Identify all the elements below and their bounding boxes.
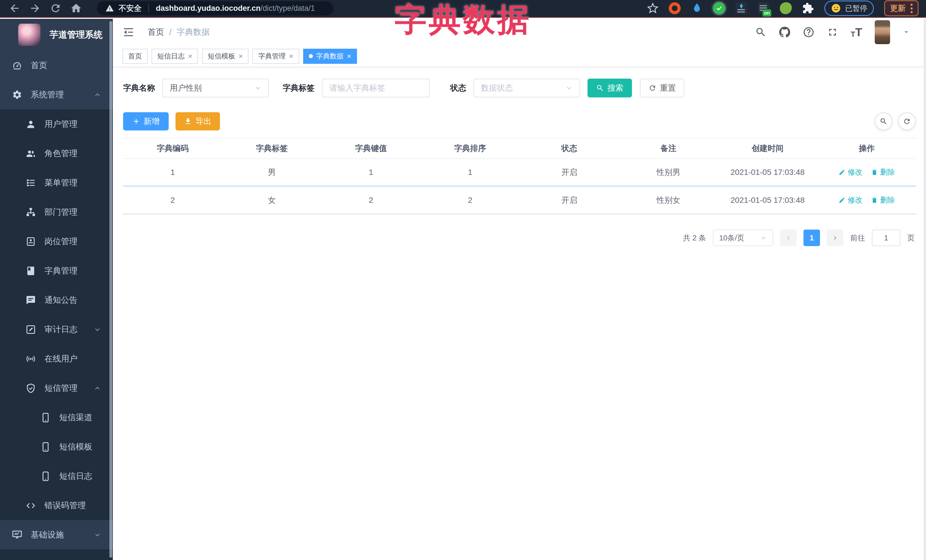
sidebar-logo[interactable]: 芋道管理系统 — [0, 19, 113, 51]
next-page-button[interactable] — [827, 229, 843, 246]
edit-document-icon — [26, 325, 36, 335]
sidebar-item-infrastructure[interactable]: 基础设施 — [0, 520, 113, 549]
sidebar-item-departments[interactable]: 部门管理 — [0, 198, 113, 227]
extensions-puzzle-icon[interactable] — [802, 2, 814, 14]
logo-avatar — [18, 24, 41, 46]
sidebar-item-sms-channel[interactable]: 短信渠道 — [0, 403, 113, 432]
delete-link[interactable]: 删除 — [871, 195, 895, 205]
search-button[interactable]: 搜索 — [587, 78, 632, 97]
table-toolbar: 新增 导出 — [123, 112, 916, 130]
fullscreen-icon[interactable] — [827, 27, 838, 38]
sidebar-item-label: 审计日志 — [44, 324, 77, 335]
shield-check-icon — [26, 383, 36, 393]
add-button[interactable]: 新增 — [123, 112, 169, 130]
chevron-right-icon — [832, 234, 838, 241]
caret-down-icon[interactable] — [903, 29, 910, 36]
sidebar-item-label: 短信日志 — [59, 471, 92, 482]
sidebar-item-error-codes[interactable]: 错误码管理 — [0, 491, 113, 520]
sidebar-item-menus[interactable]: 菜单管理 — [0, 168, 113, 198]
download-icon — [184, 117, 192, 125]
extension-bars-icon[interactable] — [735, 2, 747, 14]
sidebar-item-users[interactable]: 用户管理 — [0, 109, 113, 139]
tag-sms-log[interactable]: 短信日志× — [151, 49, 198, 64]
extension-on-icon[interactable]: on — [758, 2, 770, 14]
sidebar-item-dicts[interactable]: 字典管理 — [0, 256, 113, 285]
tag-dict-data[interactable]: 字典数据× — [303, 49, 357, 64]
code-icon — [26, 500, 36, 511]
extension-check-icon[interactable] — [713, 2, 725, 14]
browser-home-icon[interactable] — [70, 2, 82, 14]
dict-name-select[interactable]: 用户性别 — [162, 78, 269, 97]
page-size-select[interactable]: 10条/页 — [713, 229, 773, 246]
edit-link[interactable]: 修改 — [838, 167, 862, 177]
dict-label-input[interactable] — [322, 78, 430, 97]
chevron-down-icon — [565, 84, 573, 92]
sidebar-item-posts[interactable]: 岗位管理 — [0, 227, 113, 256]
cell-created: 2021-01-05 17:03:48 — [718, 196, 817, 205]
help-icon[interactable] — [803, 27, 814, 38]
reset-button[interactable]: 重置 — [640, 78, 684, 97]
prev-page-button[interactable] — [780, 229, 797, 246]
tag-sms-template[interactable]: 短信模板× — [202, 49, 248, 64]
col-header: 字典标签 — [222, 143, 321, 154]
breadcrumb-current: 字典数据 — [177, 27, 210, 38]
delete-link[interactable]: 删除 — [871, 167, 895, 177]
sidebar-item-system[interactable]: 系统管理 — [0, 80, 113, 109]
sidebar-item-notices[interactable]: 通知公告 — [0, 285, 113, 315]
extension-drop-icon[interactable] — [691, 2, 703, 14]
browser-reload-icon[interactable] — [50, 2, 62, 14]
sidebar-item-audit-logs[interactable]: 审计日志 — [0, 315, 113, 344]
table-row: 1 男 1 1 开启 性别男 2021-01-05 17:03:48 修改 删除 — [123, 159, 916, 187]
cell-sort: 1 — [421, 168, 520, 177]
export-button[interactable]: 导出 — [176, 112, 220, 130]
sidebar-item-sms[interactable]: 短信管理 — [0, 373, 113, 403]
tag-dict-manage[interactable]: 字典管理× — [253, 49, 299, 64]
page-number-button[interactable]: 1 — [803, 229, 820, 246]
extension-on-badge: on — [763, 9, 771, 17]
browser-forward-icon[interactable] — [29, 2, 41, 14]
tag-close-icon[interactable]: × — [188, 53, 192, 60]
chevron-left-icon — [785, 234, 792, 241]
active-tag-dot — [309, 54, 313, 58]
bookmark-star-icon[interactable] — [647, 3, 658, 14]
browser-update-button[interactable]: 更新 — [884, 0, 918, 16]
page-scrollbar[interactable] — [924, 19, 926, 560]
header-search-icon[interactable] — [755, 27, 766, 38]
sidebar-item-label: 部门管理 — [44, 207, 77, 218]
breadcrumb-home-link[interactable]: 首页 — [148, 27, 164, 38]
sidebar-item-label: 用户管理 — [44, 118, 77, 130]
pencil-icon — [838, 197, 845, 204]
trash-icon — [871, 197, 878, 204]
goto-page-input[interactable] — [872, 229, 900, 246]
refresh-table-button[interactable] — [898, 113, 916, 130]
search-filter-form: 字典名称 用户性别 字典标签 状态 数据状态 搜索 重置 — [123, 78, 926, 97]
browser-back-icon[interactable] — [9, 2, 21, 14]
toggle-search-button[interactable] — [875, 113, 893, 130]
sidebar-scrollbar[interactable] — [109, 21, 112, 558]
address-bar[interactable]: 不安全 dashboard.yudao.iocoder.cn /dict/typ… — [97, 1, 333, 15]
sidebar-item-sms-template[interactable]: 短信模板 — [0, 432, 113, 462]
sidebar-item-home[interactable]: 首页 — [0, 51, 113, 80]
status-select[interactable]: 数据状态 — [474, 78, 580, 97]
tag-home[interactable]: 首页 — [123, 49, 148, 64]
extension-orange-icon[interactable] — [669, 2, 681, 14]
user-avatar[interactable] — [875, 20, 890, 44]
sidebar-item-online-users[interactable]: 在线用户 — [0, 344, 113, 373]
profile-paused-pill[interactable]: 已暂停 — [824, 1, 874, 16]
edit-link[interactable]: 修改 — [838, 195, 862, 205]
url-host: dashboard.yudao.iocoder.cn — [156, 4, 261, 13]
browser-menu-dots-icon[interactable] — [911, 4, 912, 13]
extension-leaf-icon[interactable] — [780, 2, 792, 14]
sidebar-fold-icon[interactable] — [123, 26, 135, 38]
font-size-icon[interactable]: TT — [851, 27, 862, 38]
tag-close-icon[interactable]: × — [239, 53, 243, 60]
sidebar-item-sms-log[interactable]: 短信日志 — [0, 462, 113, 491]
github-icon[interactable] — [779, 27, 790, 38]
cell-actions: 修改 删除 — [817, 195, 916, 205]
cell-label: 男 — [222, 167, 321, 178]
tag-close-icon[interactable]: × — [347, 53, 351, 60]
sidebar-item-label: 系统管理 — [31, 89, 64, 101]
tag-close-icon[interactable]: × — [289, 53, 293, 60]
sidebar-item-roles[interactable]: 角色管理 — [0, 139, 113, 168]
cell-sort: 2 — [421, 196, 520, 205]
